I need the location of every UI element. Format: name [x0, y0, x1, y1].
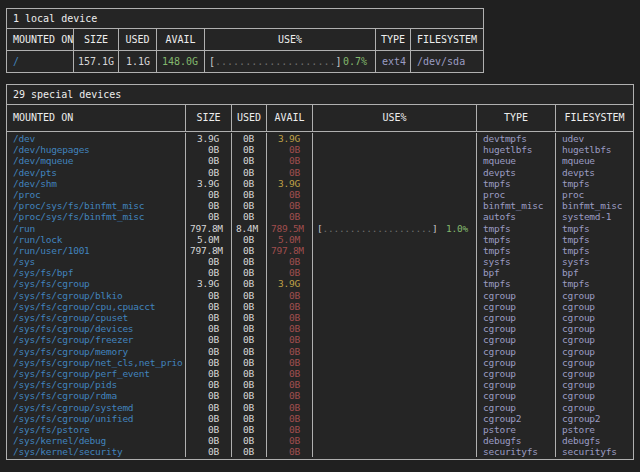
filesystem-cell: cgroup [555, 357, 633, 368]
mount-point-cell: /dev [7, 133, 185, 144]
filesystem-cell: systemd-1 [555, 211, 633, 222]
size-cell: 797.8M [185, 245, 231, 256]
usage-cell [312, 346, 476, 357]
usage-cell [312, 278, 476, 289]
usage-bar-dots: .................... [322, 223, 431, 234]
filesystem-cell: cgroup [555, 368, 633, 379]
filesystem-cell: tmpfs [555, 178, 633, 189]
avail-cell: 0B [266, 379, 312, 390]
avail-cell: 0B [266, 211, 312, 222]
used-cell: 0B [231, 390, 266, 401]
table-row: /sys/fs/cgroup/pids0B0B0Bcgroupcgroup [7, 379, 633, 390]
mount-point-cell: /sys/fs/cgroup/memory [7, 346, 185, 357]
usage-cell [312, 200, 476, 211]
col-header-use: USE% [312, 105, 476, 131]
size-cell: 797.8M [185, 223, 231, 234]
table-row: /proc/sys/fs/binfmt_misc0B0B0Bautofssyst… [7, 211, 633, 222]
used-cell: 0B [231, 379, 266, 390]
type-cell: tmpfs [476, 223, 555, 234]
size-cell: 0B [185, 312, 231, 323]
avail-cell: 0B [266, 155, 312, 166]
table-row: /sys/fs/pstore0B0B0Bpstorepstore [7, 424, 633, 435]
used-cell: 0B [231, 167, 266, 178]
avail-cell: 148.0G [156, 51, 204, 72]
filesystem-cell: binfmt_misc [555, 200, 633, 211]
usage-cell [312, 290, 476, 301]
used-cell: 0B [231, 402, 266, 413]
used-cell: 0B [231, 234, 266, 245]
filesystem-cell: cgroup [555, 323, 633, 334]
avail-cell: 0B [266, 144, 312, 155]
usage-cell [312, 390, 476, 401]
filesystem-cell: sysfs [555, 256, 633, 267]
table-row: /sys/fs/cgroup/freezer0B0B0Bcgroupcgroup [7, 334, 633, 345]
mount-point-cell: /sys/fs/cgroup/unified [7, 413, 185, 424]
size-cell: 0B [185, 368, 231, 379]
filesystem-cell: cgroup2 [555, 413, 633, 424]
col-header-used: USED [118, 29, 156, 50]
usage-cell [312, 301, 476, 312]
mount-point-cell: /sys/fs/cgroup/rdma [7, 390, 185, 401]
type-cell: sysfs [476, 256, 555, 267]
usage-cell [312, 435, 476, 446]
table-row: /dev3.9G0B3.9Gdevtmpfsudev [7, 133, 633, 144]
table-row: /sys/fs/cgroup3.9G0B3.9Gtmpfstmpfs [7, 278, 633, 289]
usage-bar: [....................] [209, 51, 341, 72]
avail-cell: 0B [266, 200, 312, 211]
avail-cell: 0B [266, 290, 312, 301]
filesystem-cell: cgroup [555, 390, 633, 401]
col-header-filesystem: FILESYSTEM [410, 29, 483, 50]
size-cell: 0B [185, 446, 231, 457]
type-cell: binfmt_misc [476, 200, 555, 211]
type-cell: bpf [476, 267, 555, 278]
avail-cell: 0B [266, 357, 312, 368]
usage-cell [312, 211, 476, 222]
type-cell: cgroup [476, 368, 555, 379]
table-row: /sys/kernel/security0B0B0Bsecurityfssecu… [7, 446, 633, 457]
type-cell: proc [476, 189, 555, 200]
mount-point-cell: /sys/fs/pstore [7, 424, 185, 435]
table-row: /dev/hugepages0B0B0Bhugetlbfshugetlbfs [7, 144, 633, 155]
size-cell: 3.9G [185, 133, 231, 144]
type-cell: debugfs [476, 435, 555, 446]
avail-cell: 0B [266, 189, 312, 200]
table-row: /sys/kernel/debug0B0B0Bdebugfsdebugfs [7, 435, 633, 446]
col-header-use: USE% [204, 29, 375, 50]
size-cell: 0B [185, 334, 231, 345]
mount-point-cell: /sys/fs/cgroup/cpu,cpuacct [7, 301, 185, 312]
usage-cell [312, 357, 476, 368]
table-row: /dev/mqueue0B0B0Bmqueuemqueue [7, 155, 633, 166]
local-table-header: MOUNTED ONSIZEUSEDAVAILUSE%TYPEFILESYSTE… [7, 29, 483, 51]
filesystem-cell: debugfs [555, 435, 633, 446]
filesystem-cell: hugetlbfs [555, 144, 633, 155]
used-cell: 0B [231, 200, 266, 211]
filesystem-cell: mqueue [555, 155, 633, 166]
used-cell: 0B [231, 155, 266, 166]
used-cell: 0B [231, 435, 266, 446]
filesystem-cell: cgroup [555, 312, 633, 323]
table-row: /sys/fs/cgroup/net_cls,net_prio0B0B0Bcgr… [7, 357, 633, 368]
usage-percent: 1.0% [446, 223, 468, 234]
size-cell: 0B [185, 211, 231, 222]
size-cell: 0B [185, 390, 231, 401]
used-cell: 1.1G [118, 51, 156, 72]
filesystem-cell: cgroup [555, 301, 633, 312]
filesystem-cell: tmpfs [555, 278, 633, 289]
type-cell: cgroup [476, 379, 555, 390]
used-cell: 0B [231, 245, 266, 256]
table-row: /sys/fs/cgroup/blkio0B0B0Bcgroupcgroup [7, 290, 633, 301]
avail-cell: 0B [266, 402, 312, 413]
type-cell: cgroup [476, 390, 555, 401]
table-row: /proc/sys/fs/binfmt_misc0B0B0Bbinfmt_mis… [7, 200, 633, 211]
filesystem-cell: proc [555, 189, 633, 200]
filesystem-cell: cgroup [555, 379, 633, 390]
used-cell: 0B [231, 189, 266, 200]
size-cell: 0B [185, 424, 231, 435]
avail-cell: 0B [266, 346, 312, 357]
used-cell: 0B [231, 301, 266, 312]
table-row: /sys/fs/cgroup/systemd0B0B0Bcgroupcgroup [7, 402, 633, 413]
avail-cell: 0B [266, 424, 312, 435]
filesystem-cell: cgroup [555, 334, 633, 345]
table-row: /sys0B0B0Bsysfssysfs [7, 256, 633, 267]
usage-cell [312, 424, 476, 435]
